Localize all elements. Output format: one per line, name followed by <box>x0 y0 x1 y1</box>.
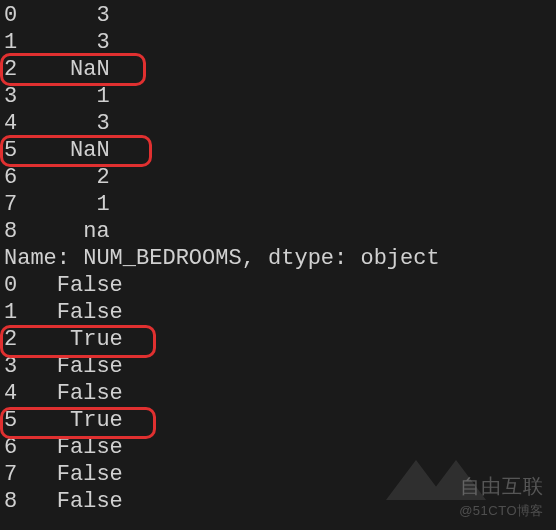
series-row: 1 3 <box>0 29 556 56</box>
series-row: 7 1 <box>0 191 556 218</box>
terminal-output: 0 31 32 NaN3 14 35 NaN6 27 18 naName: NU… <box>0 2 556 515</box>
series-row: 3 1 <box>0 83 556 110</box>
watermark-main: 自由互联 <box>459 473 544 500</box>
watermark: 自由互联 @51CTO博客 <box>459 473 544 520</box>
watermark-sub: @51CTO博客 <box>459 502 544 520</box>
series-row: 8 na <box>0 218 556 245</box>
series-row: 5 NaN <box>0 137 556 164</box>
series-row: 2 NaN <box>0 56 556 83</box>
series-row: 0 False <box>0 272 556 299</box>
series-name-line: Name: NUM_BEDROOMS, dtype: object <box>0 245 556 272</box>
series-row: 5 True <box>0 407 556 434</box>
series-row: 0 3 <box>0 2 556 29</box>
series-row: 6 2 <box>0 164 556 191</box>
series-row: 2 True <box>0 326 556 353</box>
series-row: 1 False <box>0 299 556 326</box>
series-row: 4 False <box>0 380 556 407</box>
series-row: 6 False <box>0 434 556 461</box>
series-row: 3 False <box>0 353 556 380</box>
series-row: 4 3 <box>0 110 556 137</box>
